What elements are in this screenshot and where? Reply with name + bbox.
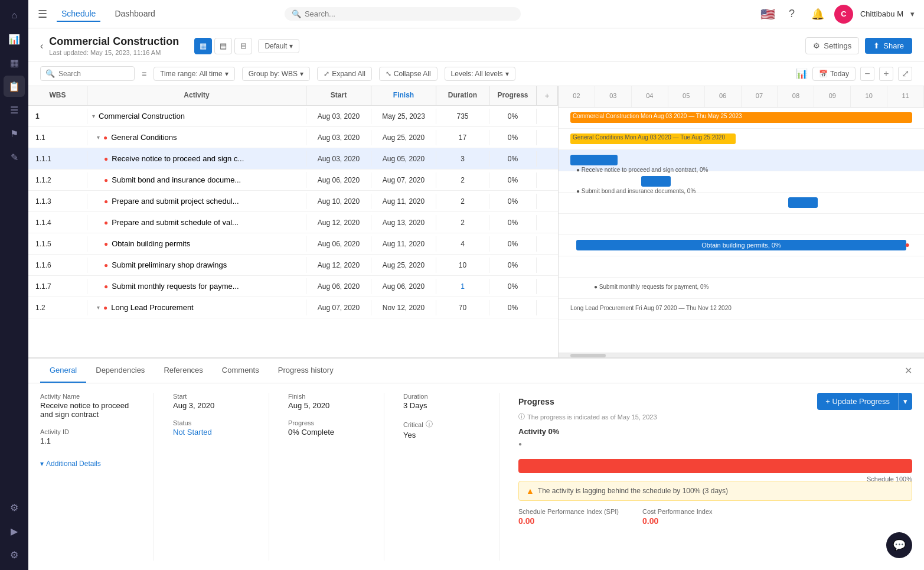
cell-wbs: 1 xyxy=(28,109,87,124)
sidebar-edit-icon[interactable]: ✎ xyxy=(4,146,25,168)
avatar[interactable]: C xyxy=(834,5,853,24)
main-content: ☰ Schedule Dashboard 🔍 🇺🇸 ? 🔔 C Chittiba… xyxy=(28,0,924,570)
project-title: Commercial Construction xyxy=(49,35,179,48)
default-dropdown[interactable]: Default ▾ xyxy=(258,39,299,53)
critical-label: Critical ⓘ xyxy=(403,419,480,429)
tab-general[interactable]: General xyxy=(40,359,86,383)
table-row[interactable]: 1.1.3 ● Prepare and submit project sched… xyxy=(28,191,558,212)
sidebar-gear-icon[interactable]: ⚙ xyxy=(4,497,25,518)
filter-icon[interactable]: ≡ xyxy=(142,69,146,79)
table-row[interactable]: 1.1 ▾ ● General Conditions Aug 03, 2020 … xyxy=(28,127,558,148)
progress-note-text: The progress is indicated as of May 15, … xyxy=(527,413,657,421)
tab-dashboard[interactable]: Dashboard xyxy=(110,6,160,22)
cpi-label: Cost Performance Index xyxy=(642,508,713,515)
table-row[interactable]: 1.1.2 ● Submit bond and insurance docume… xyxy=(28,170,558,191)
sidebar-home-icon[interactable]: ⌂ xyxy=(4,5,25,26)
close-button[interactable]: ✕ xyxy=(905,365,912,376)
table-row[interactable]: 1.2 ▾ ● Long Lead Procurement Aug 07, 20… xyxy=(28,297,558,318)
expand-icon[interactable]: ▾ xyxy=(92,113,95,119)
table-row[interactable]: 1.1.7 ● Submit monthly requests for paym… xyxy=(28,276,558,297)
table-row[interactable]: 1.1.1 ● Receive notice to proceed and si… xyxy=(28,148,558,170)
chat-button[interactable]: 💬 xyxy=(886,532,912,558)
activity-name-label: Activity Name xyxy=(40,393,135,400)
back-button[interactable]: ‹ xyxy=(40,41,43,51)
cell-start: Aug 07, 2020 xyxy=(306,300,371,315)
cell-activity: ● Submit preliminary shop drawings xyxy=(87,257,306,273)
cell-wbs: 1.1.5 xyxy=(28,236,87,252)
sidebar-gantt-icon[interactable]: ▦ xyxy=(4,52,25,73)
progress-bar-track xyxy=(518,459,912,473)
cell-wbs: 1.2 xyxy=(28,300,87,315)
table-row[interactable]: 1.1.4 ● Prepare and submit schedule of v… xyxy=(28,212,558,233)
sidebar-list-icon[interactable]: ☰ xyxy=(4,99,25,120)
chart-icon[interactable]: 📊 xyxy=(796,68,808,79)
split-view-button[interactable]: ⊟ xyxy=(234,38,252,54)
gantt-rows: Commercial Construction Mon Aug 03 2020 … xyxy=(559,108,924,320)
levels-button[interactable]: Levels: All levels ▾ xyxy=(445,67,515,81)
additional-details-toggle[interactable]: ▾ Additional Details xyxy=(40,460,135,468)
sidebar-chart-icon[interactable]: 📊 xyxy=(4,28,25,50)
settings-button[interactable]: ⚙ Settings xyxy=(805,37,859,54)
time-range-chevron-icon: ▾ xyxy=(225,70,228,78)
activity-name: General Conditions xyxy=(111,133,177,142)
progress-title: Progress xyxy=(518,397,554,406)
search-input[interactable] xyxy=(305,9,514,18)
table-row[interactable]: 1 ▾ Commercial Construction Aug 03, 2020… xyxy=(28,106,558,127)
sidebar-flag-icon[interactable]: ⚑ xyxy=(4,123,25,144)
start-value: Aug 3, 2020 xyxy=(173,401,250,410)
table-view-button[interactable]: ▤ xyxy=(214,38,232,54)
share-button[interactable]: ⬆ Share xyxy=(865,38,912,54)
group-by-button[interactable]: Group by: WBS ▾ xyxy=(242,67,310,81)
levels-label: Levels: All levels xyxy=(451,70,503,78)
expand-icon[interactable]: ▾ xyxy=(97,304,100,311)
tab-schedule[interactable]: Schedule xyxy=(57,6,100,22)
notifications-button[interactable]: 🔔 xyxy=(808,5,827,24)
expand-icon[interactable]: ▾ xyxy=(97,134,100,141)
tab-progress-history[interactable]: Progress history xyxy=(269,359,343,383)
update-progress-main-button[interactable]: + Update Progress xyxy=(817,393,898,410)
help-button[interactable]: ? xyxy=(782,5,801,24)
today-button[interactable]: 📅 Today xyxy=(812,67,856,81)
tab-dependencies[interactable]: Dependencies xyxy=(86,359,154,383)
critical-section: Critical ⓘ Yes xyxy=(403,419,480,439)
gantt-view-button[interactable]: ▦ xyxy=(194,38,212,54)
tab-references[interactable]: References xyxy=(154,359,212,383)
add-column-button[interactable]: + xyxy=(537,86,558,105)
col-header-start: Start xyxy=(306,86,371,105)
last-updated: Last updated: May 15, 2023, 11:16 AM xyxy=(49,49,179,56)
zoom-out-icon[interactable]: − xyxy=(860,67,874,81)
col-header-activity: Activity xyxy=(87,86,306,105)
sidebar-settings2-icon[interactable]: ⚙ xyxy=(4,544,25,565)
bottom-tabs: General Dependencies References Comments… xyxy=(28,359,924,383)
progress-section: Progress + Update Progress ▾ ⓘ The progr… xyxy=(518,393,912,561)
warning-icon: ● xyxy=(104,155,108,163)
collapse-all-button[interactable]: ⤡ Collapse All xyxy=(379,67,437,81)
update-progress-dropdown-button[interactable]: ▾ xyxy=(898,393,912,410)
duration-label: Duration xyxy=(403,393,480,400)
cell-duration: 10 xyxy=(436,258,489,273)
calendar-icon: 📅 xyxy=(819,70,828,78)
activity-id-label: Activity ID xyxy=(40,428,135,435)
gantt-col-03: 03 xyxy=(595,86,632,107)
gantt-col-09: 09 xyxy=(814,86,851,107)
hamburger-icon[interactable]: ☰ xyxy=(38,8,47,21)
fullscreen-icon[interactable]: ⤢ xyxy=(898,67,912,81)
cell-finish: May 25, 2023 xyxy=(371,109,436,124)
gantt-row xyxy=(559,193,924,214)
tab-comments[interactable]: Comments xyxy=(213,359,269,383)
user-menu-chevron-icon[interactable]: ▾ xyxy=(910,9,915,18)
sidebar-video-icon[interactable]: ▶ xyxy=(4,520,25,542)
expand-all-button[interactable]: ⤢ Expand All xyxy=(317,67,372,81)
grid-search-input[interactable] xyxy=(58,70,129,78)
sidebar-schedule-icon[interactable]: 📋 xyxy=(4,76,25,97)
cell-duration: 2 xyxy=(436,172,489,188)
gantt-col-06: 06 xyxy=(705,86,742,107)
user-name[interactable]: Chittibabu M xyxy=(860,9,903,18)
zoom-in-icon[interactable]: + xyxy=(879,67,893,81)
table-row[interactable]: 1.1.5 ● Obtain building permits Aug 06, … xyxy=(28,233,558,255)
cell-finish: Aug 11, 2020 xyxy=(371,194,436,209)
levels-chevron-icon: ▾ xyxy=(505,70,509,78)
time-range-button[interactable]: Time range: All time ▾ xyxy=(154,67,235,81)
table-row[interactable]: 1.1.6 ● Submit preliminary shop drawings… xyxy=(28,255,558,276)
cell-start: Aug 12, 2020 xyxy=(306,258,371,273)
